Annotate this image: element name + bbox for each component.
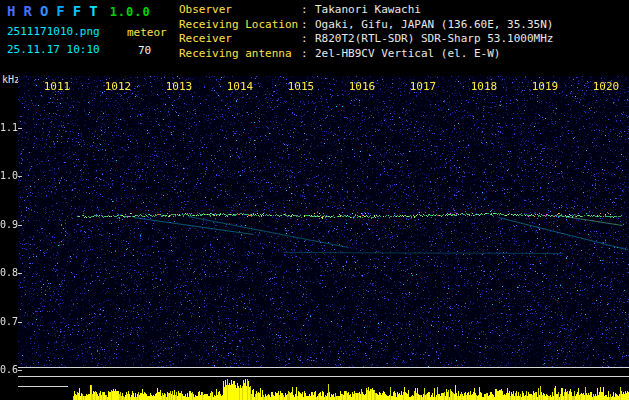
info-label: Observer: [179, 3, 301, 18]
title-letter: H: [7, 3, 16, 19]
y-tick-mark: [18, 225, 22, 226]
y-tick-label: 1.1: [0, 122, 15, 133]
filename-label: 2511171010.png: [7, 25, 100, 38]
count-label: 70: [138, 44, 151, 57]
x-tick-label: 1011: [37, 80, 77, 93]
header: HROFFT1.0.0 2511171010.png meteor 25.11.…: [0, 0, 629, 74]
separator-line-upper: [18, 367, 629, 368]
datetime-label: 25.11.17 10:10: [7, 43, 100, 56]
x-tick-label: 1019: [525, 80, 565, 93]
x-tick-label: 1012: [98, 80, 138, 93]
info-row: Receiving antenna:2el-HB9CV Vertical (el…: [179, 47, 553, 62]
y-tick-label: 0.8: [0, 267, 15, 278]
y-tick-label: 0.9: [0, 219, 15, 230]
y-tick-label: 0.6: [0, 364, 15, 375]
info-row: Receiver:R820T2(RTL-SDR) SDR-Sharp 53.10…: [179, 32, 553, 47]
info-value: R820T2(RTL-SDR) SDR-Sharp 53.1000MHz: [315, 32, 553, 47]
info-row: Receiving Location:Ogaki, Gifu, JAPAN (1…: [179, 18, 553, 33]
info-value: 2el-HB9CV Vertical (el. E-W): [315, 47, 500, 62]
spectrogram-canvas: [18, 76, 629, 367]
info-value: Takanori Kawachi: [315, 3, 421, 18]
spectrogram-area: kHz 1.11.00.90.80.70.6101110121013101410…: [0, 74, 629, 400]
signal-level-canvas: [18, 378, 629, 400]
app-title-letters: HROFFT: [7, 3, 106, 19]
app-title: HROFFT1.0.0: [7, 3, 151, 19]
x-tick-label: 1017: [403, 80, 443, 93]
info-colon: :: [301, 47, 315, 62]
info-label: Receiver: [179, 32, 301, 47]
y-tick-mark: [18, 176, 22, 177]
title-letter: O: [40, 3, 49, 19]
station-info: Observer:Takanori KawachiReceiving Locat…: [179, 3, 553, 61]
info-colon: :: [301, 3, 315, 18]
info-label: Receiving antenna: [179, 47, 301, 62]
level-scale-line: [18, 386, 68, 387]
x-tick-label: 1014: [220, 80, 260, 93]
version-label: 1.0.0: [110, 5, 151, 19]
x-tick-label: 1013: [159, 80, 199, 93]
y-tick-mark: [18, 370, 22, 371]
title-letter: F: [73, 3, 82, 19]
info-row: Observer:Takanori Kawachi: [179, 3, 553, 18]
info-colon: :: [301, 32, 315, 47]
x-tick-label: 1015: [281, 80, 321, 93]
title-letter: R: [23, 3, 32, 19]
hrofft-window: HROFFT1.0.0 2511171010.png meteor 25.11.…: [0, 0, 629, 400]
info-value: Ogaki, Gifu, JAPAN (136.60E, 35.35N): [315, 18, 553, 33]
y-tick-label: 1.0: [0, 170, 15, 181]
x-tick-label: 1016: [342, 80, 382, 93]
y-tick-mark: [18, 322, 22, 323]
title-letter: T: [89, 3, 98, 19]
title-letter: F: [56, 3, 65, 19]
mode-label: meteor: [127, 26, 167, 39]
info-label: Receiving Location: [179, 18, 301, 33]
x-tick-label: 1018: [464, 80, 504, 93]
separator-line-lower: [18, 376, 629, 377]
y-tick-mark: [18, 273, 22, 274]
y-tick-mark: [18, 128, 22, 129]
y-tick-label: 0.7: [0, 316, 15, 327]
x-tick-label: 1020: [586, 80, 626, 93]
info-colon: :: [301, 18, 315, 33]
